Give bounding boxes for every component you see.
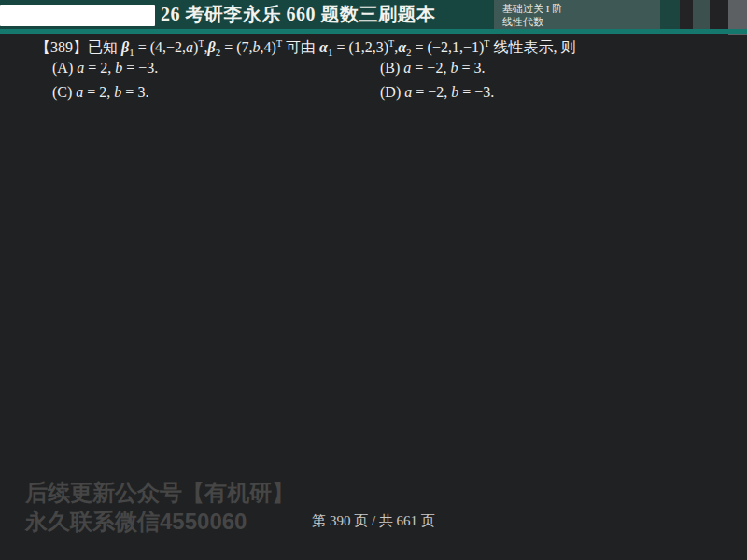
badge-subject-label: 线性代数 xyxy=(502,15,660,28)
badge-stage-label: 基础过关 I 阶 xyxy=(502,2,660,15)
option-c: (C) a = 2, b = 3. xyxy=(52,84,148,101)
decorative-bar xyxy=(693,0,710,29)
question-text-part: = (1,2,3) xyxy=(332,39,388,55)
watermark-line1: 后续更新公众号【有机研】 xyxy=(25,478,294,507)
header-accent-line xyxy=(0,29,747,34)
question-text: 【389】已知 β1 = (4,−2,a)T,β2 = (7,b,4)T 可由 … xyxy=(35,38,575,58)
question-text-part: α xyxy=(319,39,328,55)
book-title: 26 考研李永乐 660 题数三刷题本 xyxy=(161,2,436,27)
question-text-part: = (−2,1,−1) xyxy=(412,39,485,55)
options-block: (A) a = 2, b = −3. (B) a = −2, b = 3. (C… xyxy=(0,60,747,116)
option-a: (A) a = 2, b = −3. xyxy=(52,60,158,77)
option-value: = 2, xyxy=(83,84,114,100)
decorative-bar xyxy=(660,0,680,29)
question-text-part: α xyxy=(398,39,406,55)
question-number: 【389】已知 xyxy=(35,39,121,55)
decorative-bar xyxy=(710,0,728,29)
option-value: = −3. xyxy=(458,84,494,100)
chapter-badge: 基础过关 I 阶 线性代数 xyxy=(494,0,660,29)
question-text-part: ,4) xyxy=(261,39,276,55)
question-text-part: a xyxy=(186,39,193,55)
header-bar: 26 考研李永乐 660 题数三刷题本 基础过关 I 阶 线性代数 xyxy=(0,0,747,29)
option-value: = −2, xyxy=(411,60,450,76)
option-label: (B) xyxy=(380,60,403,76)
redaction-box xyxy=(0,5,155,26)
question-text-part: 线性表示, 则 xyxy=(489,39,575,55)
question-text-part: β xyxy=(208,39,216,55)
question-text-part: = (7, xyxy=(220,39,252,55)
question-text-part: b xyxy=(253,39,261,55)
book-page: 26 考研李永乐 660 题数三刷题本 基础过关 I 阶 线性代数 【389】已… xyxy=(0,0,747,560)
option-d: (D) a = −2, b = −3. xyxy=(380,84,494,101)
option-value: = 2, xyxy=(84,60,115,76)
option-value: = 3. xyxy=(121,84,148,100)
option-label: (C) xyxy=(52,84,76,100)
question-text-part: β xyxy=(121,39,129,55)
question-text-part: = (4,−2, xyxy=(134,39,186,55)
question-text-part: 可由 xyxy=(282,39,319,55)
option-label: (A) xyxy=(52,60,77,76)
decorative-bar xyxy=(680,0,693,29)
option-b: (B) a = −2, b = 3. xyxy=(380,60,485,77)
option-value: = 3. xyxy=(458,60,485,76)
page-indicator: 第 390 页 / 共 661 页 xyxy=(0,512,747,530)
option-value: = −3. xyxy=(122,60,158,76)
option-value: = −2, xyxy=(412,84,451,100)
option-label: (D) xyxy=(380,84,404,100)
